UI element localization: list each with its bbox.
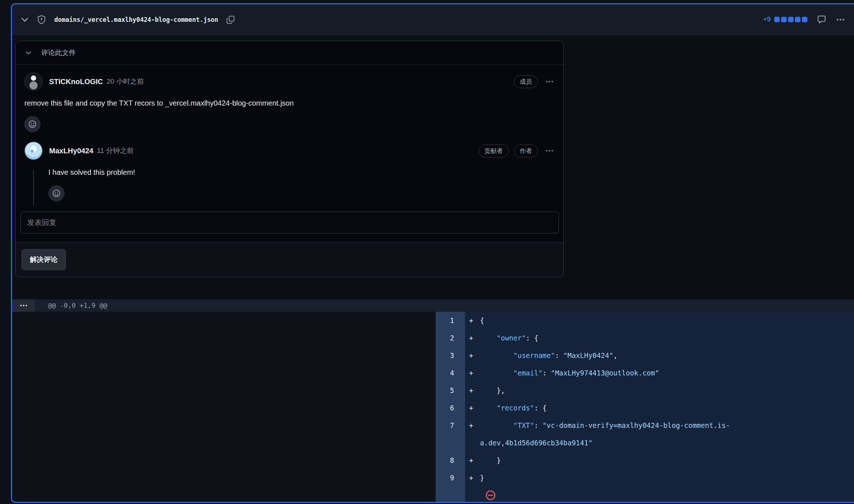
diffstat: +9 xyxy=(763,16,807,23)
toggle-comments-button[interactable] xyxy=(817,15,826,24)
diff-code-cell: + "owner": { xyxy=(465,329,854,347)
diff-line-number[interactable]: 1 xyxy=(436,312,465,329)
code-segment: } xyxy=(480,452,501,469)
diff-old-side-empty xyxy=(12,312,436,503)
diff-addition-marker: + xyxy=(469,312,480,329)
diff-line-number[interactable]: 2 xyxy=(436,329,465,347)
comment-author[interactable]: MaxLHy0424 xyxy=(49,147,93,155)
diffstat-addition-block xyxy=(795,17,800,22)
diff-code-cell: a.dev,4b1d56d696cb34ba9141" xyxy=(465,434,854,452)
code-segment xyxy=(480,417,513,434)
diff-addition-marker: + xyxy=(469,417,480,434)
code-segment xyxy=(480,399,497,417)
kebab-horizontal-icon xyxy=(545,146,554,155)
codeowners-shield-icon xyxy=(37,15,46,24)
diff-line-number[interactable]: 6 xyxy=(436,399,465,417)
code-segment: "email" xyxy=(513,364,543,382)
hunk-header-text: @@ -0,0 +1,9 @@ xyxy=(35,299,854,312)
avatar[interactable] xyxy=(24,72,43,91)
expand-hunk-button[interactable] xyxy=(12,299,35,312)
code-segment: "MaxLHy0424" xyxy=(563,347,613,364)
author-association-badge: 作者 xyxy=(514,145,538,157)
diffstat-blocks xyxy=(774,17,807,22)
diff-row: 4+ "email": "MaxLHy974413@outlook.com" xyxy=(436,364,854,382)
code-segment: "MaxLHy974413@outlook.com" xyxy=(551,364,659,382)
smiley-icon xyxy=(28,120,37,129)
add-reaction-button[interactable] xyxy=(24,116,40,132)
no-newline-icon xyxy=(485,490,496,501)
diff-line-number[interactable]: 5 xyxy=(436,382,465,399)
diff-code-cell: + "username": "MaxLHy0424", xyxy=(465,347,854,364)
comment-panel-header[interactable]: 评论此文件 xyxy=(16,41,563,64)
code-segment: "username" xyxy=(513,347,555,364)
code-segment: } xyxy=(480,469,484,487)
file-path: domains/_vercel.maxlhy0424-blog-comment.… xyxy=(54,16,218,23)
diff-row: 9+} xyxy=(436,469,854,487)
file-header-left: domains/_vercel.maxlhy0424-blog-comment.… xyxy=(21,15,235,24)
diff-row: 8+ } xyxy=(436,452,854,469)
diff-addition-marker: + xyxy=(469,347,480,364)
code-segment: : xyxy=(534,417,543,434)
reply-input[interactable]: 发表回复 xyxy=(20,212,559,233)
diff-addition-marker: + xyxy=(469,399,480,417)
comment-panel-title: 评论此文件 xyxy=(41,48,76,58)
code-segment: : xyxy=(555,347,563,364)
smiley-icon xyxy=(52,189,61,198)
diff-line-number[interactable]: 8 xyxy=(436,452,465,469)
diff-row: 2+ "owner": { xyxy=(436,329,854,347)
diff-row: 7+ "TXT": "vc-domain-verify=maxlhy0424-b… xyxy=(436,417,854,434)
resolve-conversation-button[interactable]: 解决评论 xyxy=(21,249,66,270)
author-association-badge: 成员 xyxy=(514,75,538,88)
diff-rows: 1+{2+ "owner": {3+ "username": "MaxLHy04… xyxy=(436,312,854,503)
collapse-file-button[interactable] xyxy=(21,16,29,24)
comment-options-button[interactable] xyxy=(545,146,554,155)
diff-line-number[interactable]: 3 xyxy=(436,347,465,364)
author-association-badge: 贡献者 xyxy=(479,145,509,157)
kebab-horizontal-icon xyxy=(836,15,845,24)
diffstat-addition-block xyxy=(781,17,787,22)
comment-reply: MaxLHy0424 11 分钟之前 贡献者 作者 I have solved … xyxy=(16,142,563,208)
ellipsis-icon xyxy=(19,301,28,310)
code-segment: { xyxy=(480,312,484,329)
comment-timestamp[interactable]: 11 分钟之前 xyxy=(97,146,134,155)
diff-line-number[interactable]: 4 xyxy=(436,364,465,382)
copy-icon xyxy=(226,15,235,24)
diff-row: 6+ "records": { xyxy=(436,399,854,417)
code-segment: "records" xyxy=(497,399,534,417)
avatar[interactable] xyxy=(24,142,43,160)
code-segment: "TXT" xyxy=(513,417,534,434)
diff-addition-marker: + xyxy=(469,364,480,382)
diff-body: 1+{2+ "owner": {3+ "username": "MaxLHy04… xyxy=(12,312,854,503)
comment-panel-footer: 解决评论 xyxy=(16,242,563,277)
reply-section: 发表回复 xyxy=(16,208,563,242)
diff-line-number[interactable]: 7 xyxy=(436,417,465,434)
code-segment xyxy=(480,329,497,347)
diff-code-cell: + "TXT": "vc-domain-verify=maxlhy0424-bl… xyxy=(465,417,854,434)
diff-code-cell: + "records": { xyxy=(465,399,854,417)
code-segment: : xyxy=(543,364,551,382)
comment-author[interactable]: STICKnoLOGIC xyxy=(49,78,103,86)
file-options-button[interactable] xyxy=(836,15,845,24)
code-segment: a.dev,4b1d56d696cb34ba9141" xyxy=(480,434,593,452)
diffstat-addition-block xyxy=(802,17,807,22)
diff-addition-marker: + xyxy=(469,469,480,487)
diff-addition-marker: + xyxy=(469,452,480,469)
diff-line-number[interactable]: 9 xyxy=(436,469,465,487)
comment-options-button[interactable] xyxy=(545,77,554,86)
diff-section: @@ -0,0 +1,9 @@ 1+{2+ "owner": {3+ "user… xyxy=(12,299,854,502)
comment-body: remove this file and copy the TXT recors… xyxy=(24,98,554,108)
no-newline-at-eof xyxy=(485,490,496,501)
code-segment: }, xyxy=(480,382,505,399)
diff-line-number xyxy=(436,434,465,452)
diff-row xyxy=(436,487,854,503)
add-reaction-button[interactable] xyxy=(48,185,64,201)
diffstat-addition-block xyxy=(788,17,794,22)
diffstat-additions-label: +9 xyxy=(763,16,771,23)
copy-path-button[interactable] xyxy=(226,15,235,24)
thread-line xyxy=(33,169,34,206)
chevron-down-icon xyxy=(25,50,32,56)
code-segment xyxy=(480,347,513,364)
diff-code-cell: + }, xyxy=(465,382,854,399)
comment-timestamp[interactable]: 20 小时之前 xyxy=(107,77,144,86)
code-segment: : { xyxy=(526,329,538,347)
